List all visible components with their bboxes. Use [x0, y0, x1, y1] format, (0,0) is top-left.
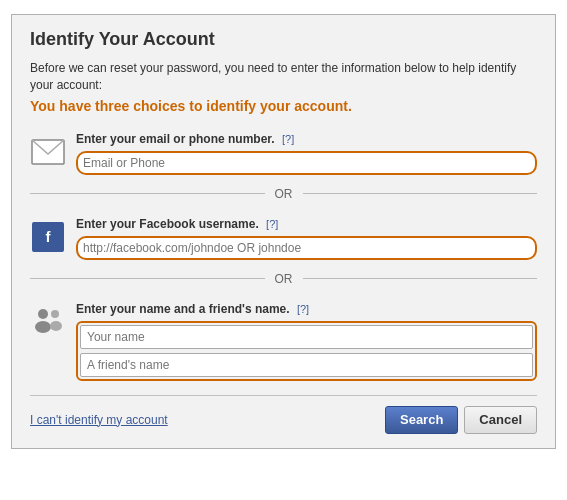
highlight-text: You have three choices to identify your …: [30, 98, 537, 114]
footer-buttons: Search Cancel: [385, 406, 537, 434]
name-label: Enter your name and a friend's name. [?]: [76, 302, 537, 316]
email-label: Enter your email or phone number. [?]: [76, 132, 537, 146]
dialog-title: Identify Your Account: [30, 29, 537, 50]
friend-name-input[interactable]: [80, 353, 533, 377]
name-help-link[interactable]: [?]: [297, 303, 309, 315]
name-section: Enter your name and a friend's name. [?]: [30, 294, 537, 385]
cancel-button[interactable]: Cancel: [464, 406, 537, 434]
facebook-help-link[interactable]: [?]: [266, 218, 278, 230]
name-section-content: Enter your name and a friend's name. [?]: [76, 302, 537, 381]
svg-point-2: [35, 321, 51, 333]
email-phone-input[interactable]: [76, 151, 537, 175]
people-icon-wrapper: [30, 304, 66, 340]
search-button[interactable]: Search: [385, 406, 458, 434]
name-fields-container: [80, 325, 533, 377]
cant-identify-link[interactable]: I can't identify my account: [30, 413, 168, 427]
facebook-username-input[interactable]: [76, 236, 537, 260]
or-divider-2: OR: [30, 272, 537, 286]
people-icon: [30, 304, 66, 340]
dialog-description: Before we can reset your password, you n…: [30, 60, 537, 94]
email-help-link[interactable]: [?]: [282, 133, 294, 145]
facebook-section-content: Enter your Facebook username. [?]: [76, 217, 537, 260]
email-section-content: Enter your email or phone number. [?]: [76, 132, 537, 175]
svg-point-3: [51, 310, 59, 318]
svg-point-4: [50, 321, 62, 331]
email-icon: [31, 139, 65, 165]
name-fields-outline: [76, 321, 537, 381]
email-icon-wrapper: [30, 134, 66, 170]
dialog-footer: I can't identify my account Search Cance…: [30, 395, 537, 434]
facebook-label: Enter your Facebook username. [?]: [76, 217, 537, 231]
facebook-icon: f: [32, 222, 64, 252]
email-section: Enter your email or phone number. [?]: [30, 124, 537, 179]
or-divider-1: OR: [30, 187, 537, 201]
dialog-container: Identify Your Account Before we can rese…: [11, 14, 556, 449]
facebook-section: f Enter your Facebook username. [?]: [30, 209, 537, 264]
facebook-icon-wrapper: f: [30, 219, 66, 255]
svg-point-1: [38, 309, 48, 319]
your-name-input[interactable]: [80, 325, 533, 349]
